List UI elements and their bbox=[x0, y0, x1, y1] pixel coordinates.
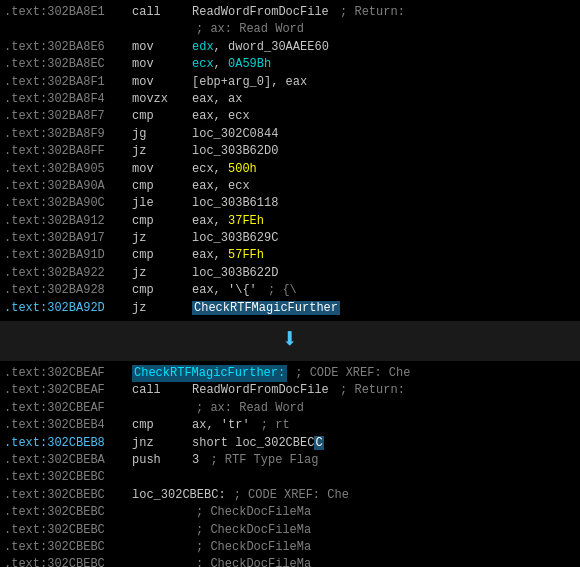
address: .text:302CBEB8 bbox=[4, 435, 132, 452]
operands: eax, ax bbox=[192, 91, 576, 108]
operands: loc_303B629C bbox=[192, 230, 576, 247]
table-row: .text:302CBEAF call ReadWordFromDocFile … bbox=[0, 382, 580, 399]
operands: 3 ; RTF Type Flag bbox=[192, 452, 576, 469]
address: .text:302BA912 bbox=[4, 213, 132, 230]
comment: ; CODE XREF: Che bbox=[291, 365, 410, 382]
mnemonic: jle bbox=[132, 195, 192, 212]
operands: ReadWordFromDocFile ; Return: bbox=[192, 382, 576, 399]
operands: eax, '\{' ; {\ bbox=[192, 282, 576, 299]
mnemonic: jz bbox=[132, 300, 192, 317]
address: .text:302BA928 bbox=[4, 282, 132, 299]
address: .text:302BA8F7 bbox=[4, 108, 132, 125]
comment: ; ax: Read Word bbox=[192, 400, 576, 417]
comment: ; CheckDocFileMa bbox=[192, 522, 576, 539]
operands: eax, ecx bbox=[192, 108, 576, 125]
address: .text:302CBEAF bbox=[4, 365, 132, 382]
table-row: .text:302CBEBC ; CheckDocFileMa bbox=[0, 556, 580, 567]
mnemonic: mov bbox=[132, 161, 192, 178]
table-row: .text:302CBEBA push 3 ; RTF Type Flag bbox=[0, 452, 580, 469]
address: .text:302CBEAF bbox=[4, 400, 132, 417]
address: .text:302CBEBC bbox=[4, 504, 132, 521]
address: .text:302BA8E6 bbox=[4, 39, 132, 56]
table-row: .text:302CBEB4 cmp ax, 'tr' ; rt bbox=[0, 417, 580, 434]
table-row: .text:302CBEBC loc_302CBEBC: ; CODE XREF… bbox=[0, 487, 580, 504]
table-row: .text:302BA905 mov ecx, 500h bbox=[0, 161, 580, 178]
mnemonic: mov bbox=[132, 74, 192, 91]
operands: edx, dword_30AAEE60 bbox=[192, 39, 576, 56]
address: .text:302CBEBC bbox=[4, 539, 132, 556]
table-row: .text:302BA8F4 movzx eax, ax bbox=[0, 91, 580, 108]
operands: ecx, 0A59Bh bbox=[192, 56, 576, 73]
address: .text:302CBEBC bbox=[4, 556, 132, 567]
mnemonic: mov bbox=[132, 56, 192, 73]
comment: ; CODE XREF: Che bbox=[230, 487, 349, 504]
operands: loc_303B62D0 bbox=[192, 143, 576, 160]
table-row: .text:302BA912 cmp eax, 37FEh bbox=[0, 213, 580, 230]
table-row: .text:302BA8F9 jg loc_302C0844 bbox=[0, 126, 580, 143]
mnemonic: cmp bbox=[132, 417, 192, 434]
mnemonic: jz bbox=[132, 230, 192, 247]
table-row: .text:302BA8F1 mov [ebp+arg_0], eax bbox=[0, 74, 580, 91]
address: .text:302BA90C bbox=[4, 195, 132, 212]
flow-arrow: ⬇ bbox=[0, 321, 580, 361]
table-row: ; ax: Read Word bbox=[0, 21, 580, 38]
address: .text:302BA91D bbox=[4, 247, 132, 264]
mnemonic: jg bbox=[132, 126, 192, 143]
address: .text:302CBEBC bbox=[4, 487, 132, 504]
mnemonic: cmp bbox=[132, 282, 192, 299]
operands: ax, 'tr' ; rt bbox=[192, 417, 576, 434]
comment: ; ax: Read Word bbox=[192, 21, 576, 38]
function-label: CheckRTFMagicFurther: bbox=[132, 365, 287, 382]
operands: ReadWordFromDocFile ; Return: bbox=[192, 4, 576, 21]
operands: loc_303B6118 bbox=[192, 195, 576, 212]
address: .text:302BA917 bbox=[4, 230, 132, 247]
address: .text:302BA8F4 bbox=[4, 91, 132, 108]
operands: loc_302C0844 bbox=[192, 126, 576, 143]
comment: ; CheckDocFileMa bbox=[192, 504, 576, 521]
table-row: .text:302BA90A cmp eax, ecx bbox=[0, 178, 580, 195]
table-row: .text:302BA90C jle loc_303B6118 bbox=[0, 195, 580, 212]
table-row: .text:302BA8E6 mov edx, dword_30AAEE60 bbox=[0, 39, 580, 56]
address: .text:302BA922 bbox=[4, 265, 132, 282]
address: .text:302CBEAF bbox=[4, 382, 132, 399]
operands: short loc_302CBECC bbox=[192, 435, 576, 452]
operands: eax, 57FFh bbox=[192, 247, 576, 264]
top-code-panel: .text:302BA8E1 call ReadWordFromDocFile … bbox=[0, 0, 580, 321]
table-row: .text:302BA91D cmp eax, 57FFh bbox=[0, 247, 580, 264]
table-row: .text:302CBEBC ; CheckDocFileMa bbox=[0, 504, 580, 521]
comment: ; CheckDocFileMa bbox=[192, 556, 576, 567]
operands: ecx, 500h bbox=[192, 161, 576, 178]
operands: eax, ecx bbox=[192, 178, 576, 195]
address: .text:302BA8EC bbox=[4, 56, 132, 73]
table-row: .text:302BA92D jz CheckRTFMagicFurther bbox=[0, 300, 580, 317]
mnemonic: mov bbox=[132, 39, 192, 56]
mnemonic: jnz bbox=[132, 435, 192, 452]
address: .text:302BA92D bbox=[4, 300, 132, 317]
mnemonic: call bbox=[132, 4, 192, 21]
bottom-code-panel: .text:302CBEAF CheckRTFMagicFurther: ; C… bbox=[0, 361, 580, 567]
address: .text:302CBEBA bbox=[4, 452, 132, 469]
mnemonic: cmp bbox=[132, 178, 192, 195]
mnemonic: push bbox=[132, 452, 192, 469]
operands: [ebp+arg_0], eax bbox=[192, 74, 576, 91]
table-row: .text:302BA8F7 cmp eax, ecx bbox=[0, 108, 580, 125]
table-row: .text:302CBEAF CheckRTFMagicFurther: ; C… bbox=[0, 365, 580, 382]
mnemonic: cmp bbox=[132, 247, 192, 264]
down-arrow-icon: ⬇ bbox=[282, 327, 299, 355]
operands: CheckRTFMagicFurther bbox=[192, 300, 576, 317]
table-row: .text:302BA8FF jz loc_303B62D0 bbox=[0, 143, 580, 160]
table-row: .text:302CBEBC ; CheckDocFileMa bbox=[0, 522, 580, 539]
address: .text:302BA8F1 bbox=[4, 74, 132, 91]
address: .text:302CBEB4 bbox=[4, 417, 132, 434]
table-row: .text:302BA8EC mov ecx, 0A59Bh bbox=[0, 56, 580, 73]
operands: loc_303B622D bbox=[192, 265, 576, 282]
address: .text:302BA8F9 bbox=[4, 126, 132, 143]
address: .text:302CBEBC bbox=[4, 469, 132, 486]
table-row: .text:302BA928 cmp eax, '\{' ; {\ bbox=[0, 282, 580, 299]
operands: eax, 37FEh bbox=[192, 213, 576, 230]
address: .text:302BA90A bbox=[4, 178, 132, 195]
address: .text:302BA8FF bbox=[4, 143, 132, 160]
mnemonic: cmp bbox=[132, 108, 192, 125]
mnemonic: movzx bbox=[132, 91, 192, 108]
table-row: .text:302CBEB8 jnz short loc_302CBECC bbox=[0, 435, 580, 452]
